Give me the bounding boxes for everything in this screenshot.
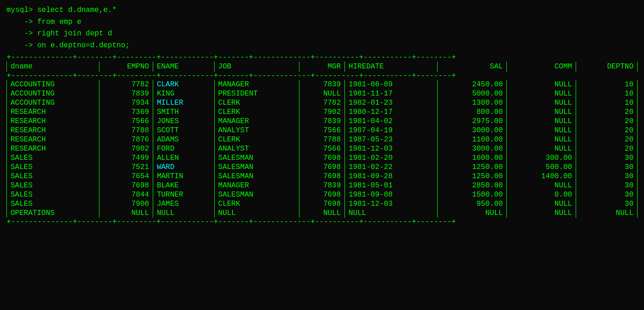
cell-2-3: CLERK xyxy=(214,98,299,107)
sql-prompt: mysql> select d.dname,e.* -> from emp e … xyxy=(6,5,638,51)
cell-10-7: 1400.00 xyxy=(507,172,576,181)
cell-9-2: WARD xyxy=(153,163,214,172)
cell-9-4: 7698 xyxy=(299,163,344,172)
cell-5-7: NULL xyxy=(507,126,576,135)
cell-6-0: RESEARCH xyxy=(7,135,100,144)
cell-0-5: 1981-06-09 xyxy=(345,80,438,89)
cell-8-5: 1981-02-20 xyxy=(345,153,438,163)
cell-1-7: NULL xyxy=(507,89,576,98)
cell-12-7: 0.00 xyxy=(507,190,576,199)
cell-13-3: CLERK xyxy=(214,199,299,209)
cell-1-0: ACCOUNTING xyxy=(7,89,100,98)
cell-0-2: CLARK xyxy=(153,80,214,89)
cell-7-6: 3000.00 xyxy=(438,144,507,153)
cell-4-1: 7566 xyxy=(100,117,153,126)
cell-10-1: 7654 xyxy=(100,172,153,181)
cell-8-0: SALES xyxy=(7,153,100,163)
cell-13-5: 1981-12-03 xyxy=(345,199,438,209)
cell-8-2: ALLEN xyxy=(153,153,214,163)
cell-12-5: 1981-09-08 xyxy=(345,190,438,199)
cell-1-4: NULL xyxy=(299,89,344,98)
cell-2-6: 1300.00 xyxy=(438,98,507,107)
table-row: SALES7844TURNERSALESMAN76981981-09-08150… xyxy=(7,190,638,199)
cell-3-6: 800.00 xyxy=(438,107,507,117)
table-row: SALES7900JAMESCLERK76981981-12-03950.00N… xyxy=(7,199,638,209)
cell-3-7: NULL xyxy=(507,107,576,117)
cell-7-5: 1981-12-03 xyxy=(345,144,438,153)
cell-14-0: OPERATIONS xyxy=(7,209,100,218)
cell-13-6: 950.00 xyxy=(438,199,507,209)
cell-8-6: 1600.00 xyxy=(438,153,507,163)
cell-0-7: NULL xyxy=(507,80,576,89)
cell-2-0: ACCOUNTING xyxy=(7,98,100,107)
prompt-line-4: -> on e.deptno=d.deptno; xyxy=(6,40,638,52)
table-row: RESEARCH7369SMITHCLERK79021980-12-17800.… xyxy=(7,107,638,117)
cell-4-2: JONES xyxy=(153,117,214,126)
cell-0-3: MANAGER xyxy=(214,80,299,89)
cell-1-8: 10 xyxy=(576,89,638,98)
cell-3-3: CLERK xyxy=(214,107,299,117)
cell-1-5: 1981-11-17 xyxy=(345,89,438,98)
table-row: RESEARCH7788SCOTTANALYST75661987-04-1930… xyxy=(7,126,638,135)
cell-14-3: NULL xyxy=(214,209,299,218)
cell-3-2: SMITH xyxy=(153,107,214,117)
cell-5-4: 7566 xyxy=(299,126,344,135)
prompt-line-2: -> from emp e xyxy=(6,17,638,28)
cell-3-1: 7369 xyxy=(100,107,153,117)
cell-6-7: NULL xyxy=(507,135,576,144)
cell-9-8: 30 xyxy=(576,163,638,172)
sql-line-1: mysql> select d.dname,e.* xyxy=(6,5,117,17)
table-row: OPERATIONSNULLNULLNULLNULLNULLNULLNULLNU… xyxy=(7,209,638,218)
table-row: RESEARCH7902FORDANALYST75661981-12-03300… xyxy=(7,144,638,153)
cell-10-6: 1250.00 xyxy=(438,172,507,181)
cell-9-7: 500.00 xyxy=(507,163,576,172)
cell-7-0: RESEARCH xyxy=(7,144,100,153)
cell-7-8: 20 xyxy=(576,144,638,153)
table-row: ACCOUNTING7839KINGPRESIDENTNULL1981-11-1… xyxy=(7,89,638,98)
cell-7-4: 7566 xyxy=(299,144,344,153)
cell-8-3: SALESMAN xyxy=(214,153,299,163)
cell-4-5: 1981-04-02 xyxy=(345,117,438,126)
cell-9-0: SALES xyxy=(7,163,100,172)
cell-4-0: RESEARCH xyxy=(7,117,100,126)
cell-1-6: 5000.00 xyxy=(438,89,507,98)
cell-13-8: 30 xyxy=(576,199,638,209)
table-divider: +--------------+--------+---------+-----… xyxy=(7,218,638,226)
cell-7-2: FORD xyxy=(153,144,214,153)
cell-14-8: NULL xyxy=(576,209,638,218)
cell-12-0: SALES xyxy=(7,190,100,199)
cell-14-6: NULL xyxy=(438,209,507,218)
col-header-deptno: DEPTNO xyxy=(576,62,638,72)
cell-4-8: 20 xyxy=(576,117,638,126)
col-header-dname: dname xyxy=(7,62,100,72)
cell-0-0: ACCOUNTING xyxy=(7,80,100,89)
cell-10-3: SALESMAN xyxy=(214,172,299,181)
cell-0-6: 2450.00 xyxy=(438,80,507,89)
cell-7-7: NULL xyxy=(507,144,576,153)
cell-12-8: 30 xyxy=(576,190,638,199)
cell-11-6: 2850.00 xyxy=(438,181,507,190)
cell-2-2: MILLER xyxy=(153,98,214,107)
table-divider: +--------------+--------+---------+-----… xyxy=(7,72,638,80)
result-table: +--------------+--------+---------+-----… xyxy=(6,53,638,226)
table-divider: +--------------+--------+---------+-----… xyxy=(7,53,638,62)
cell-7-3: ANALYST xyxy=(214,144,299,153)
cell-6-6: 1100.00 xyxy=(438,135,507,144)
col-header-ename: ENAME xyxy=(153,62,214,72)
cell-14-7: NULL xyxy=(507,209,576,218)
cell-13-2: JAMES xyxy=(153,199,214,209)
cell-8-8: 30 xyxy=(576,153,638,163)
prompt-line-1: mysql> select d.dname,e.* xyxy=(6,5,638,17)
cell-9-1: 7521 xyxy=(100,163,153,172)
cell-5-6: 3000.00 xyxy=(438,126,507,135)
col-header-sal: SAL xyxy=(438,62,507,72)
cell-5-2: SCOTT xyxy=(153,126,214,135)
cell-6-2: ADAMS xyxy=(153,135,214,144)
cell-11-4: 7839 xyxy=(299,181,344,190)
sql-line-4: -> on e.deptno=d.deptno; xyxy=(6,40,130,52)
cell-5-1: 7788 xyxy=(100,126,153,135)
cell-14-2: NULL xyxy=(153,209,214,218)
cell-10-2: MARTIN xyxy=(153,172,214,181)
col-header-empno: EMPNO xyxy=(100,62,153,72)
cell-12-4: 7698 xyxy=(299,190,344,199)
